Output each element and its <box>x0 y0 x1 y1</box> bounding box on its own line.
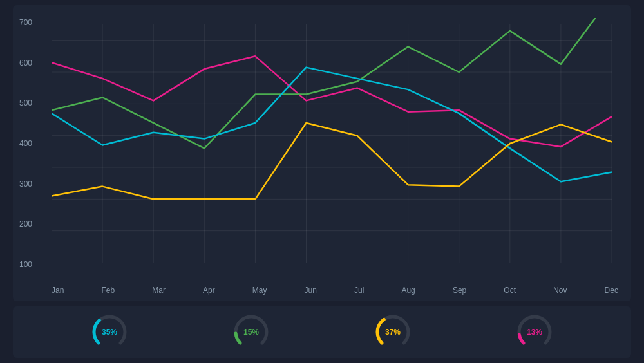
y-label-400: 400 <box>19 139 32 148</box>
gauge-label-cyan: 35% <box>102 328 117 337</box>
line-chart-canvas <box>52 18 618 269</box>
gauge-label-yellow: 37% <box>385 328 401 337</box>
x-label-sep: Sep <box>453 286 466 295</box>
x-label-feb: Feb <box>101 286 115 295</box>
x-axis-labels: Jan Feb Mar Apr May Jun Jul Aug Sep Oct … <box>52 286 618 295</box>
x-label-apr: Apr <box>203 286 215 295</box>
gauges-container: 35% 15% 37% 13% <box>13 306 631 358</box>
x-label-jun: Jun <box>305 286 317 295</box>
y-label-200: 200 <box>19 219 32 228</box>
x-label-may: May <box>252 286 267 295</box>
x-label-aug: Aug <box>401 286 415 295</box>
y-label-500: 500 <box>19 98 32 107</box>
y-label-700: 700 <box>19 18 32 27</box>
x-label-jul: Jul <box>354 286 364 295</box>
y-axis-labels: 700 600 500 400 300 200 100 <box>19 18 32 269</box>
gauge-item-green: 15% <box>232 313 270 351</box>
x-label-dec: Dec <box>605 286 618 295</box>
x-label-oct: Oct <box>504 286 516 295</box>
x-label-nov: Nov <box>553 286 567 295</box>
x-label-jan: Jan <box>52 286 64 295</box>
x-label-mar: Mar <box>152 286 166 295</box>
gauge-item-yellow: 37% <box>374 313 412 351</box>
line-chart-container: 700 600 500 400 300 200 100 Jan Feb Mar … <box>13 5 631 301</box>
y-label-600: 600 <box>19 59 32 68</box>
gauge-label-pink: 13% <box>527 328 542 337</box>
gauge-circle-yellow: 37% <box>374 313 412 351</box>
y-label-300: 300 <box>19 180 32 189</box>
gauge-circle-cyan: 35% <box>90 313 129 351</box>
gauge-item-pink: 13% <box>515 313 554 351</box>
gauge-circle-pink: 13% <box>515 313 554 351</box>
gauge-item-cyan: 35% <box>90 313 129 351</box>
y-label-100: 100 <box>19 260 32 269</box>
gauge-circle-green: 15% <box>232 313 270 351</box>
gauge-label-green: 15% <box>243 328 259 337</box>
